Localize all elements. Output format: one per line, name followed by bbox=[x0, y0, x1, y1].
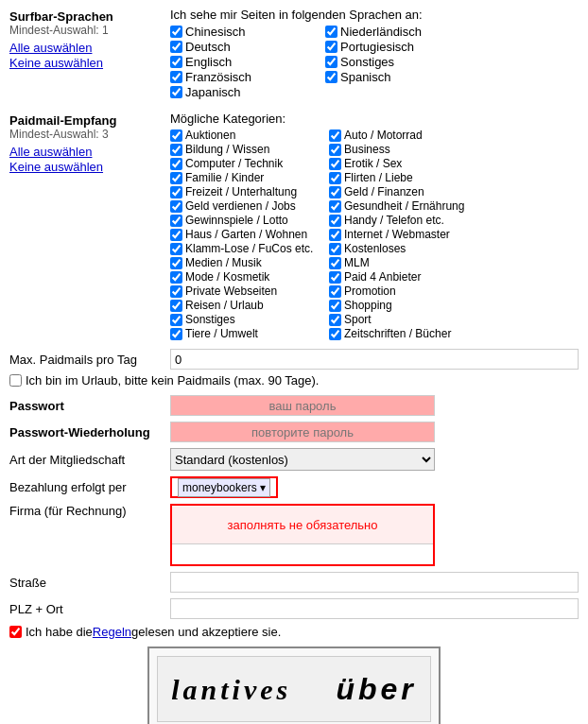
list-item: Kostenloses bbox=[329, 242, 579, 255]
list-item: Niederländisch bbox=[325, 25, 579, 39]
paidmail-cat-label: Zeitschriften / Bücher bbox=[344, 327, 451, 340]
paidmail-cat-checkbox[interactable] bbox=[170, 300, 182, 312]
paidmail-cat-checkbox[interactable] bbox=[170, 215, 182, 227]
surfbar-lang-label: Deutsch bbox=[185, 40, 231, 54]
paidmail-cat-checkbox[interactable] bbox=[329, 186, 341, 198]
paidmail-cat-label: Paid 4 Anbieter bbox=[344, 270, 421, 284]
paidmail-cat-checkbox[interactable] bbox=[170, 328, 182, 340]
regeln-link[interactable]: Regeln bbox=[93, 625, 131, 639]
surfbar-lang-label: Sonstiges bbox=[340, 55, 394, 69]
urlaub-label: Ich bin im Urlaub, bitte kein Paidmails … bbox=[26, 373, 319, 388]
paidmail-cat-checkbox[interactable] bbox=[170, 186, 182, 198]
paidmail-cat-checkbox[interactable] bbox=[170, 285, 182, 298]
paidmail-cat-label: Flirten / Liebe bbox=[344, 171, 413, 184]
surfbar-lang-label: Französisch bbox=[185, 70, 251, 84]
list-item: Promotion bbox=[329, 284, 579, 298]
paidmail-cat-checkbox[interactable] bbox=[329, 300, 341, 312]
paidmail-cat-checkbox[interactable] bbox=[329, 257, 341, 269]
list-item: Reisen / Urlaub bbox=[170, 299, 321, 312]
list-item: Computer / Technik bbox=[170, 157, 321, 170]
passwort-input[interactable] bbox=[170, 395, 435, 416]
plz-input[interactable] bbox=[170, 598, 579, 619]
paidmail-cat-label: Auto / Motorrad bbox=[344, 129, 423, 142]
list-item: Flirten / Liebe bbox=[329, 171, 579, 184]
paidmail-cat-checkbox[interactable] bbox=[329, 229, 341, 241]
paidmail-cat-checkbox[interactable] bbox=[170, 158, 182, 170]
passwort-wdh-label: Passwort-Wiederholung bbox=[9, 425, 170, 440]
paidmail-cat-checkbox[interactable] bbox=[170, 243, 182, 255]
regeln-text-before: Ich habe die bbox=[26, 625, 93, 639]
surfbar-lang-checkbox[interactable] bbox=[325, 41, 337, 53]
paidmail-cat-checkbox[interactable] bbox=[329, 144, 341, 156]
surfbar-lang-checkbox[interactable] bbox=[325, 71, 337, 83]
captcha-image: lantives über bbox=[157, 656, 431, 722]
list-item: Portugiesisch bbox=[325, 40, 579, 54]
captcha-box: lantives über Gib die 2 Wörter ein: ➤ ↺ … bbox=[147, 646, 441, 724]
list-item: Gesundheit / Ernährung bbox=[329, 199, 579, 213]
strasse-input[interactable] bbox=[170, 572, 579, 593]
passwort-wdh-input[interactable] bbox=[170, 422, 435, 442]
paidmail-cat-checkbox[interactable] bbox=[170, 144, 182, 156]
paidmail-cat-checkbox[interactable] bbox=[170, 271, 182, 284]
paidmail-cat-checkbox[interactable] bbox=[170, 172, 182, 184]
paidmail-cat-checkbox[interactable] bbox=[170, 200, 182, 213]
list-item: Shopping bbox=[329, 299, 579, 312]
paidmail-cat-checkbox[interactable] bbox=[329, 158, 341, 170]
surfbar-select-all[interactable]: Alle auswählen bbox=[9, 41, 92, 55]
paidmail-cat-label: Auktionen bbox=[185, 129, 235, 142]
surfbar-lang-checkbox[interactable] bbox=[170, 71, 182, 83]
paidmail-cat-checkbox[interactable] bbox=[329, 285, 341, 298]
surfbar-lang-checkbox[interactable] bbox=[170, 56, 182, 68]
list-item: Haus / Garten / Wohnen bbox=[170, 228, 321, 241]
paidmail-cat-checkbox[interactable] bbox=[329, 129, 341, 142]
paidmail-select-all[interactable]: Alle auswählen bbox=[9, 145, 92, 159]
paidmail-cat-checkbox[interactable] bbox=[329, 200, 341, 213]
list-item: Handy / Telefon etc. bbox=[329, 214, 579, 227]
max-input[interactable] bbox=[170, 349, 579, 370]
list-item: Erotik / Sex bbox=[329, 157, 579, 170]
surfbar-lang-checkbox[interactable] bbox=[170, 41, 182, 53]
list-item: Auktionen bbox=[170, 129, 321, 142]
paidmail-cat-label: Reisen / Urlaub bbox=[185, 299, 264, 312]
surfbar-lang-checkbox[interactable] bbox=[170, 26, 182, 38]
paidmail-cat-checkbox[interactable] bbox=[170, 314, 182, 326]
regeln-checkbox[interactable] bbox=[9, 626, 22, 638]
mitglied-select[interactable]: Standard (kostenlos) bbox=[170, 448, 435, 471]
paidmail-cat-label: Medien / Musik bbox=[185, 256, 262, 269]
paidmail-cat-checkbox[interactable] bbox=[329, 271, 341, 284]
paidmail-select-none[interactable]: Keine auswählen bbox=[9, 160, 103, 174]
list-item: MLM bbox=[329, 256, 579, 269]
list-item: Internet / Webmaster bbox=[329, 228, 579, 241]
surfbar-lang-checkbox[interactable] bbox=[325, 56, 337, 68]
surfbar-lang-checkbox[interactable] bbox=[325, 26, 337, 38]
urlaub-checkbox[interactable] bbox=[9, 374, 22, 387]
paidmail-cat-label: Gesundheit / Ernährung bbox=[344, 199, 464, 213]
list-item: Auto / Motorrad bbox=[329, 129, 579, 142]
paidmail-cat-checkbox[interactable] bbox=[329, 328, 341, 340]
paidmail-cat-label: Shopping bbox=[344, 299, 392, 312]
paidmail-cat-checkbox[interactable] bbox=[329, 172, 341, 184]
surfbar-select-none[interactable]: Keine auswählen bbox=[9, 56, 103, 70]
list-item: Spanisch bbox=[325, 70, 579, 84]
paidmail-cat-checkbox[interactable] bbox=[170, 129, 182, 142]
paidmail-cat-label: Gewinnspiele / Lotto bbox=[185, 214, 288, 227]
paidmail-cat-checkbox[interactable] bbox=[329, 215, 341, 227]
surfbar-title: Surfbar-Sprachen bbox=[9, 9, 170, 24]
paidmail-cat-label: Geld verdienen / Jobs bbox=[185, 199, 296, 213]
paidmail-cat-checkbox[interactable] bbox=[170, 257, 182, 269]
surfbar-lang-label: Niederländisch bbox=[340, 25, 422, 39]
paidmail-cat-label: Promotion bbox=[344, 284, 396, 298]
surfbar-lang-checkbox[interactable] bbox=[170, 86, 182, 98]
paidmail-cat-checkbox[interactable] bbox=[329, 314, 341, 326]
mitglied-label: Art der Mitgliedschaft bbox=[9, 453, 170, 467]
plz-label: PLZ + Ort bbox=[9, 602, 170, 616]
paidmail-cat-checkbox[interactable] bbox=[170, 229, 182, 241]
bezahlung-dropdown[interactable]: moneybookers ▾ bbox=[178, 478, 270, 497]
paidmail-subtitle: Mögliche Kategorien: bbox=[170, 112, 579, 126]
strasse-label: Straße bbox=[9, 576, 170, 590]
regeln-text-after: gelesen und akzeptiere sie. bbox=[131, 625, 281, 639]
firma-input[interactable] bbox=[172, 543, 433, 564]
paidmail-cat-label: Familie / Kinder bbox=[185, 171, 264, 184]
list-item: Business bbox=[329, 143, 579, 156]
paidmail-cat-checkbox[interactable] bbox=[329, 243, 341, 255]
